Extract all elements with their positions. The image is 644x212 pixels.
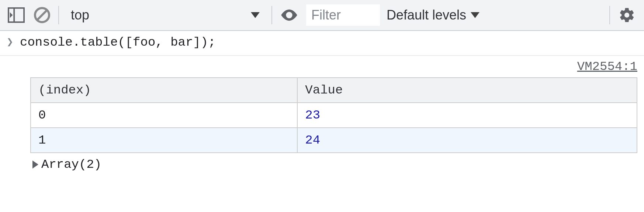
expand-triangle-icon[interactable]: [32, 160, 38, 169]
svg-marker-2: [10, 12, 13, 18]
source-link-row: VM2554:1: [0, 56, 644, 77]
cell-index: 1: [31, 128, 297, 153]
object-summary-text: Array(2): [41, 158, 101, 172]
table-header-row: (index) Value: [31, 78, 637, 103]
command-text: console.table([foo, bar]);: [20, 35, 216, 49]
context-label: top: [71, 7, 89, 23]
table-row[interactable]: 0 23: [31, 103, 637, 128]
divider: [58, 6, 59, 24]
live-expression-icon[interactable]: [279, 5, 300, 25]
clear-console-icon[interactable]: [32, 6, 52, 25]
chevron-down-icon: [251, 12, 260, 18]
log-levels-selector[interactable]: Default levels: [387, 7, 479, 23]
svg-line-4: [37, 10, 47, 20]
console-toolbar: top Default levels: [0, 0, 644, 31]
context-selector[interactable]: top: [66, 5, 265, 25]
toggle-sidebar-icon[interactable]: [7, 6, 26, 25]
source-link[interactable]: VM2554:1: [577, 60, 637, 74]
prompt-icon: ❯: [7, 37, 13, 48]
table-output-block: (index) Value 0 23 1 24 Array(2): [0, 77, 644, 177]
gear-icon[interactable]: [617, 5, 637, 25]
cell-value: 24: [297, 128, 637, 153]
object-summary-row[interactable]: Array(2): [30, 153, 637, 172]
log-levels-label: Default levels: [387, 7, 466, 23]
console-table: (index) Value 0 23 1 24: [30, 77, 637, 153]
divider: [271, 6, 272, 24]
table-header-index[interactable]: (index): [31, 78, 297, 103]
console-output: ❯ console.table([foo, bar]); VM2554:1 (i…: [0, 31, 644, 177]
filter-input[interactable]: [306, 4, 380, 26]
table-row[interactable]: 1 24: [31, 128, 637, 153]
console-input-row[interactable]: ❯ console.table([foo, bar]);: [0, 31, 644, 56]
divider: [609, 6, 610, 24]
table-header-value[interactable]: Value: [297, 78, 637, 103]
cell-value: 23: [297, 103, 637, 128]
cell-index: 0: [31, 103, 297, 128]
chevron-down-icon: [471, 12, 479, 18]
